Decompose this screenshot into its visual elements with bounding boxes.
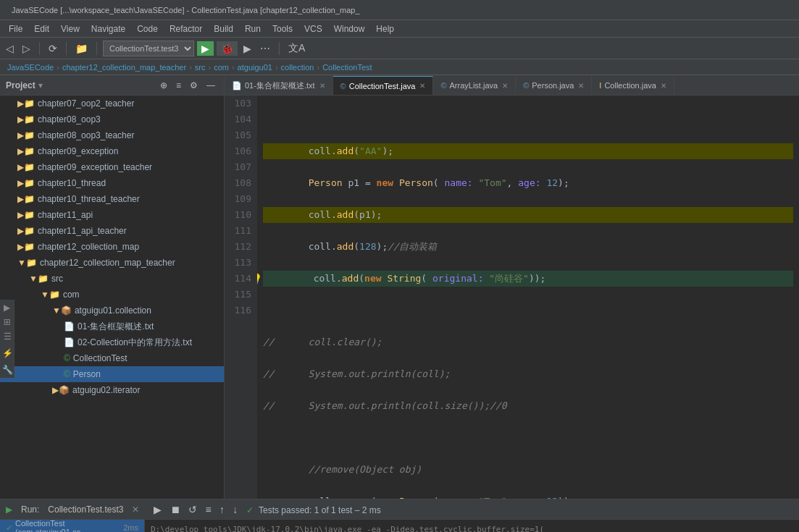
- tree-item[interactable]: ▶📁 chapter11_api: [0, 207, 224, 223]
- toolbar-translate[interactable]: 文A: [285, 41, 308, 56]
- menu-file[interactable]: File: [3, 22, 28, 35]
- toolbar-back[interactable]: ◁: [3, 41, 17, 56]
- java-class-icon: ©: [64, 353, 70, 363]
- tree-item[interactable]: ▼📁 src: [0, 271, 224, 287]
- breadcrumb-part6[interactable]: collection: [281, 63, 314, 72]
- tree-item[interactable]: ▼📁 chapter12_collection_map_teacher: [0, 255, 224, 271]
- menu-run[interactable]: Run: [239, 22, 267, 35]
- toolbar-more-run[interactable]: ⋯: [257, 41, 273, 56]
- line-numbers: 103 104 105 106 107 108 109 110 111 112 …: [225, 96, 257, 499]
- toolbar-sep3: [96, 42, 97, 55]
- folder-icon: ▶📁: [17, 114, 35, 124]
- run-down-btn[interactable]: ↓: [230, 502, 240, 517]
- tree-item[interactable]: 📄 01-集合框架概述.txt: [0, 318, 224, 334]
- project-close-btn[interactable]: —: [204, 79, 218, 92]
- folder-open-icon: ▼📁: [17, 258, 37, 268]
- run-icon: ▶: [6, 504, 12, 515]
- tree-item[interactable]: ▶📁 chapter12_collection_map: [0, 239, 224, 255]
- toolbar-coverage[interactable]: ▶: [240, 41, 254, 56]
- menu-tools[interactable]: Tools: [267, 22, 298, 35]
- tab-collection-test[interactable]: © CollectionTest.java ✕: [333, 76, 434, 95]
- tree-item[interactable]: © CollectionTest: [0, 350, 224, 366]
- tab-close[interactable]: ✕: [419, 82, 425, 90]
- tab-collection[interactable]: I Collection.java ✕: [592, 76, 674, 95]
- toolbar-forward[interactable]: ▷: [20, 41, 33, 56]
- title-bar: JavaSECode [...\workspace_teach\JavaSECo…: [0, 0, 799, 20]
- breadcrumb-part7[interactable]: CollectionTest: [322, 63, 372, 72]
- menu-build[interactable]: Build: [208, 22, 239, 35]
- breadcrumb-part1[interactable]: JavaSECode: [7, 63, 54, 72]
- breadcrumb-part3[interactable]: src: [195, 63, 206, 72]
- run-config-combo[interactable]: CollectionTest.test3: [103, 41, 194, 56]
- breadcrumb-part4[interactable]: com: [214, 63, 229, 72]
- menu-code[interactable]: Code: [131, 22, 164, 35]
- package-open-icon: ▼📦: [52, 305, 72, 316]
- run-filter-btn[interactable]: ≡: [202, 502, 214, 517]
- tree-item[interactable]: ▶📁 chapter11_api_teacher: [0, 223, 224, 239]
- tab-close[interactable]: ✕: [319, 82, 325, 90]
- project-add-btn[interactable]: ⊕: [157, 79, 170, 92]
- run-cmd-line: D:\develop_tools\JDK\jdk-17.0.2\bin\java…: [151, 523, 793, 532]
- folder-icon: ▶📁: [17, 98, 35, 109]
- code-editor[interactable]: 103 104 105 106 107 108 109 110 111 112 …: [225, 96, 799, 499]
- tree-item[interactable]: ▶📁 chapter08_oop3: [0, 111, 224, 127]
- toolbar-breadcrumb[interactable]: 📁: [72, 41, 91, 56]
- run-close-icon[interactable]: ✕: [132, 504, 139, 515]
- tab-txt[interactable]: 📄 01-集合框架概述.txt ✕: [225, 76, 333, 95]
- menu-refactor[interactable]: Refactor: [164, 22, 208, 35]
- run-restart-btn[interactable]: ↺: [185, 502, 200, 517]
- folder-open-icon: ▼📁: [41, 290, 60, 300]
- menu-window[interactable]: Window: [328, 22, 371, 35]
- toolbar-sep4: [279, 42, 280, 55]
- code-line-103: [263, 111, 793, 127]
- tab-close[interactable]: ✕: [578, 82, 584, 90]
- tree-item[interactable]: ▶📁 chapter07_oop2_teacher: [0, 96, 224, 111]
- menu-edit[interactable]: Edit: [28, 22, 55, 35]
- project-collapse-btn[interactable]: ≡: [173, 79, 184, 92]
- tree-item[interactable]: ▶📦 atguigu02.iterator: [0, 382, 224, 398]
- code-lines[interactable]: coll.add("AA"); Person p1 = new Person( …: [257, 96, 799, 499]
- tree-item[interactable]: ▶📁 chapter10_thread: [0, 175, 224, 191]
- run-button[interactable]: ▶: [197, 41, 214, 56]
- breadcrumb-part2[interactable]: chapter12_collection_map_teacher: [62, 63, 186, 72]
- tree-item[interactable]: ▶📁 chapter09_exception_teacher: [0, 159, 224, 175]
- code-line-113: [263, 430, 793, 446]
- code-line-107: coll.add(128);//自动装箱: [263, 239, 793, 255]
- code-line-111: // System.out.println(coll);: [263, 366, 793, 382]
- run-stop-btn[interactable]: ⏹: [167, 502, 183, 517]
- breadcrumb-part5[interactable]: atguigu01: [238, 63, 272, 72]
- tree-item[interactable]: ▶📁 chapter09_exception: [0, 143, 224, 159]
- run-config-label: CollectionTest.test3: [48, 504, 123, 515]
- code-line-114: //remove(Object obj): [263, 462, 793, 478]
- pass-icon: ✓: [6, 523, 12, 533]
- debug-button[interactable]: 🐞: [217, 41, 238, 56]
- toolbar-recent[interactable]: ⟳: [46, 41, 60, 56]
- tree-item[interactable]: ▼📁 com: [0, 287, 224, 303]
- tree-item-person[interactable]: © Person: [0, 366, 224, 382]
- editor-panel: 📄 01-集合框架概述.txt ✕ © CollectionTest.java …: [225, 75, 799, 499]
- main-area: Project ▾ ⊕ ≡ ⚙ — ▶📁 chapter07_oop2_teac…: [0, 75, 799, 499]
- tab-close[interactable]: ✕: [661, 82, 666, 90]
- java-tab-icon: ©: [523, 81, 529, 90]
- tree-item[interactable]: ▶📁 chapter08_oop3_teacher: [0, 127, 224, 143]
- run-up-btn[interactable]: ↑: [217, 502, 227, 517]
- menu-view[interactable]: View: [55, 22, 85, 35]
- run-tree-collection[interactable]: ✓ CollectionTest (com.atguigu01.cc 2ms: [0, 520, 144, 532]
- tab-close[interactable]: ✕: [502, 82, 508, 90]
- project-settings-btn[interactable]: ⚙: [187, 79, 201, 92]
- run-panel: ▶ Run: CollectionTest.test3 ✕ ▶ ⏹ ↺ ≡ ↑ …: [0, 499, 799, 532]
- tab-arraylist[interactable]: © ArrayList.java ✕: [433, 76, 516, 95]
- tab-person[interactable]: © Person.java ✕: [516, 76, 592, 95]
- menu-navigate[interactable]: Navigate: [85, 22, 131, 35]
- txt-file-icon: 📄: [64, 337, 75, 347]
- code-line-106: coll.add(p1);: [263, 207, 793, 223]
- code-line-105: Person p1 = new Person( name: "Tom", age…: [263, 175, 793, 191]
- folder-open-icon: ▼📁: [29, 274, 49, 284]
- run-rerun-btn[interactable]: ▶: [151, 502, 164, 517]
- tree-item[interactable]: ▼📦 atguigu01.collection: [0, 303, 224, 318]
- menu-help[interactable]: Help: [370, 22, 400, 35]
- menu-vcs[interactable]: VCS: [298, 22, 328, 35]
- tree-item[interactable]: 📄 02-Collection中的常用方法.txt: [0, 334, 224, 350]
- tree-item[interactable]: ▶📁 chapter10_thread_teacher: [0, 191, 224, 207]
- project-tree: ▶📁 chapter07_oop2_teacher ▶📁 chapter08_o…: [0, 96, 224, 499]
